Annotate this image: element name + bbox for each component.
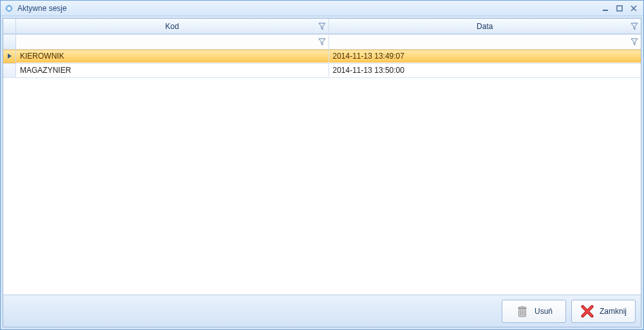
app-icon bbox=[5, 4, 14, 13]
close-icon bbox=[580, 304, 594, 318]
filter-cell-data[interactable] bbox=[329, 35, 641, 49]
funnel-icon[interactable] bbox=[630, 38, 638, 46]
column-header-kod[interactable]: Kod bbox=[16, 19, 329, 34]
data-grid: Kod Data bbox=[3, 19, 641, 295]
cell-kod: KIEROWNIK bbox=[16, 50, 329, 63]
titlebar[interactable]: Aktywne sesje bbox=[1, 1, 643, 16]
svg-rect-2 bbox=[603, 10, 608, 11]
cell-data: 2014-11-13 13:50:00 bbox=[329, 64, 641, 77]
cell-text: MAGAZYNIER bbox=[20, 66, 71, 75]
cell-text: 2014-11-13 13:49:07 bbox=[333, 52, 404, 61]
svg-rect-5 bbox=[520, 310, 521, 315]
row-indicator bbox=[3, 64, 16, 77]
cell-text: 2014-11-13 13:50:00 bbox=[333, 66, 404, 75]
current-row-arrow-icon bbox=[7, 53, 12, 60]
funnel-icon[interactable] bbox=[630, 23, 638, 30]
grid-filter-row bbox=[3, 35, 641, 50]
close-button[interactable]: Zamknij bbox=[571, 300, 636, 323]
row-indicator-header bbox=[3, 19, 16, 34]
column-header-label: Kod bbox=[166, 22, 179, 31]
cell-data: 2014-11-13 13:49:07 bbox=[329, 50, 641, 63]
row-indicator bbox=[3, 50, 16, 63]
table-row[interactable]: KIEROWNIK 2014-11-13 13:49:07 bbox=[3, 50, 641, 64]
trash-icon bbox=[515, 304, 529, 318]
footer: Usuń Zamknij bbox=[3, 295, 641, 327]
maximize-button[interactable] bbox=[614, 3, 625, 14]
column-header-data[interactable]: Data bbox=[329, 19, 641, 34]
content-area: Kod Data bbox=[3, 18, 641, 327]
svg-rect-7 bbox=[524, 310, 524, 315]
cell-kod: MAGAZYNIER bbox=[16, 64, 329, 77]
funnel-icon[interactable] bbox=[318, 38, 326, 46]
button-label: Usuń bbox=[535, 307, 553, 316]
filter-cell-kod[interactable] bbox=[16, 35, 329, 49]
svg-rect-3 bbox=[617, 6, 622, 11]
window: Aktywne sesje Kod Data bbox=[0, 0, 644, 330]
svg-rect-6 bbox=[522, 310, 522, 315]
column-header-label: Data bbox=[477, 22, 493, 31]
grid-header-row: Kod Data bbox=[3, 19, 641, 35]
window-title: Aktywne sesje bbox=[17, 4, 67, 13]
cell-text: KIEROWNIK bbox=[20, 52, 64, 61]
delete-button[interactable]: Usuń bbox=[502, 300, 566, 323]
button-label: Zamknij bbox=[600, 307, 627, 316]
funnel-icon[interactable] bbox=[318, 23, 326, 30]
svg-point-1 bbox=[7, 6, 10, 10]
table-row[interactable]: MAGAZYNIER 2014-11-13 13:50:00 bbox=[3, 64, 641, 78]
grid-body[interactable]: KIEROWNIK 2014-11-13 13:49:07 MAGAZYNIER… bbox=[3, 50, 641, 295]
close-window-button[interactable] bbox=[628, 3, 639, 14]
row-indicator-filter bbox=[3, 35, 16, 49]
minimize-button[interactable] bbox=[600, 3, 611, 14]
